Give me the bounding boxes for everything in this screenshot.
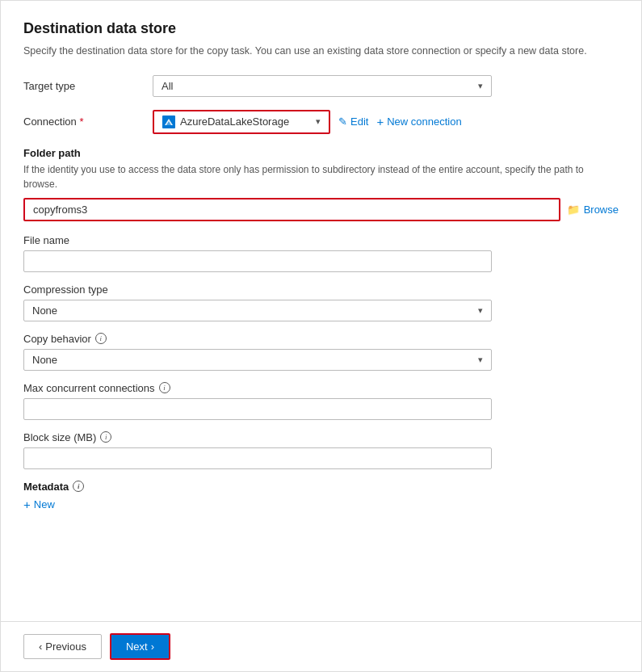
folder-path-desc: If the identity you use to access the da… (23, 162, 619, 191)
target-type-select[interactable]: All ▾ (153, 75, 492, 97)
edit-link[interactable]: ✎ Edit (338, 116, 368, 128)
compression-type-select[interactable]: None ▾ (23, 300, 492, 321)
block-size-input[interactable] (23, 447, 492, 469)
file-name-section: File name (23, 234, 619, 272)
new-metadata-button[interactable]: + New (23, 498, 55, 511)
connection-value: AzureDataLakeStorage (180, 116, 289, 128)
max-concurrent-label: Max concurrent connections i (23, 382, 619, 394)
copy-behavior-select[interactable]: None ▾ (23, 349, 492, 371)
block-size-info-icon[interactable]: i (100, 431, 111, 443)
block-size-section: Block size (MB) i (23, 431, 619, 469)
connection-chevron-icon: ▾ (316, 116, 321, 127)
compression-chevron-icon: ▾ (478, 305, 483, 316)
connection-row: Connection * AzureDataLakeStorage (23, 110, 619, 134)
folder-path-input[interactable] (23, 198, 560, 221)
previous-button[interactable]: ‹ Previous (23, 634, 102, 659)
target-type-chevron-icon: ▾ (478, 81, 483, 91)
footer: ‹ Previous Next › (1, 621, 641, 671)
target-type-value: All (162, 80, 173, 92)
connection-label: Connection * (23, 116, 153, 128)
compression-type-label: Compression type (23, 284, 619, 296)
metadata-section: Metadata i + New (23, 481, 619, 511)
compression-type-section: Compression type None ▾ (23, 284, 619, 321)
file-name-label: File name (23, 234, 619, 246)
compression-type-value: None (32, 304, 57, 317)
file-name-input[interactable] (23, 250, 492, 272)
next-button[interactable]: Next › (110, 633, 170, 660)
right-arrow-icon: › (151, 640, 154, 653)
copy-behavior-label: Copy behavior i (23, 333, 619, 345)
adls-icon (162, 116, 175, 128)
target-type-control: All ▾ (153, 75, 492, 97)
block-size-label: Block size (MB) i (23, 431, 619, 443)
connection-required: * (77, 116, 84, 128)
metadata-label: Metadata i (23, 481, 619, 493)
folder-path-row: 📁 Browse (23, 198, 619, 221)
connection-controls: AzureDataLakeStorage ▾ ✎ Edit + New conn… (153, 110, 462, 134)
left-arrow-icon: ‹ (39, 640, 42, 653)
max-concurrent-input[interactable] (23, 398, 492, 420)
folder-path-title: Folder path (23, 147, 619, 159)
page-description: Specify the destination data store for t… (23, 44, 619, 59)
max-concurrent-info-icon[interactable]: i (159, 382, 170, 393)
copy-behavior-info-icon[interactable]: i (95, 333, 107, 344)
browse-link[interactable]: 📁 Browse (567, 204, 619, 216)
folder-icon: 📁 (567, 204, 580, 216)
new-plus-icon: + (23, 498, 31, 511)
copy-behavior-value: None (32, 354, 57, 366)
plus-icon: + (376, 115, 384, 128)
folder-path-section: Folder path If the identity you use to a… (23, 147, 619, 221)
connection-select[interactable]: AzureDataLakeStorage ▾ (153, 110, 330, 134)
copy-behavior-chevron-icon: ▾ (478, 355, 483, 365)
new-connection-link[interactable]: + New connection (376, 115, 461, 128)
copy-behavior-section: Copy behavior i None ▾ (23, 333, 619, 371)
max-concurrent-section: Max concurrent connections i (23, 382, 619, 420)
metadata-info-icon[interactable]: i (73, 481, 84, 492)
target-type-label: Target type (23, 80, 153, 92)
target-type-row: Target type All ▾ (23, 75, 619, 97)
page-title: Destination data store (23, 20, 619, 37)
pencil-icon: ✎ (338, 116, 347, 128)
